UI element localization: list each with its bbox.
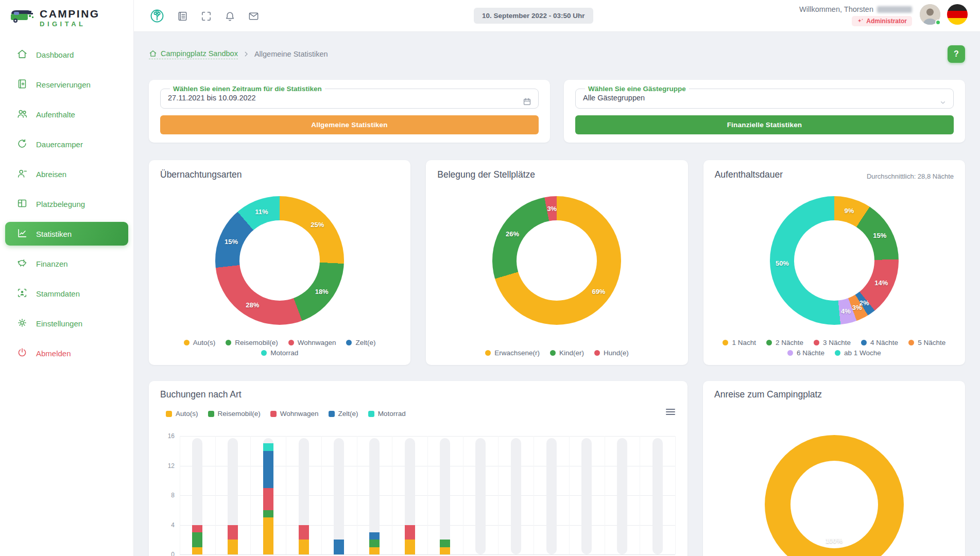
card-title: Anreise zum Campingplatz bbox=[714, 389, 954, 400]
book-plus-icon bbox=[16, 78, 28, 91]
legend-label: 2 Nächte bbox=[776, 339, 803, 346]
donut-slice-label: 18% bbox=[315, 287, 329, 295]
welcome-text: Willkommen, Thorsten bbox=[799, 5, 912, 13]
journal-icon[interactable] bbox=[177, 10, 188, 22]
legend-item[interactable]: Auto(s) bbox=[184, 339, 216, 346]
legend-item[interactable]: Reisemobil(e) bbox=[208, 410, 261, 418]
welcome-label: Willkommen, Thorsten bbox=[799, 5, 873, 13]
legend-item[interactable]: 1 Nacht bbox=[723, 339, 756, 346]
sidebar-item-dauercamper[interactable]: Dauercamper bbox=[0, 132, 133, 156]
legend-item[interactable]: Zelt(e) bbox=[329, 410, 358, 418]
period-field-label: Wählen Sie einen Zeitraum für die Statis… bbox=[170, 85, 325, 93]
sidebar-item-einstellungen[interactable]: Einstellungen bbox=[0, 311, 133, 335]
legend-item[interactable]: 6 Nächte bbox=[787, 349, 824, 357]
legend-item[interactable]: Motorrad bbox=[261, 349, 298, 357]
sidebar-item-finanzen[interactable]: Finanzen bbox=[0, 252, 133, 275]
bar-segment[interactable] bbox=[263, 510, 273, 517]
sidebar-item-label: Abmelden bbox=[36, 349, 71, 358]
bar-segment[interactable] bbox=[192, 547, 202, 554]
bar-segment[interactable] bbox=[228, 525, 238, 540]
legend-item[interactable]: Reisemobil(e) bbox=[226, 339, 278, 346]
legend-item[interactable]: Hund(e) bbox=[594, 349, 629, 357]
page: CAMPING DIGITAL Dashboard Reservierungen… bbox=[0, 0, 980, 556]
legend-item[interactable]: Erwachsene(r) bbox=[485, 349, 540, 357]
legend-item[interactable]: 4 Nächte bbox=[861, 339, 898, 346]
gridline bbox=[321, 436, 322, 554]
financial-statistics-button[interactable]: Finanzielle Statistiken bbox=[575, 115, 954, 134]
legend-item[interactable]: Kind(er) bbox=[550, 349, 584, 357]
period-field[interactable]: Wählen Sie einen Zeitraum für die Statis… bbox=[160, 85, 539, 109]
bar-segment[interactable] bbox=[263, 443, 273, 450]
user-cluster: Willkommen, Thorsten Administrator bbox=[799, 4, 968, 26]
help-button[interactable]: ? bbox=[948, 45, 965, 63]
legend-item[interactable]: Zelt(e) bbox=[346, 339, 375, 346]
legend-marker bbox=[261, 350, 267, 356]
bar-segment[interactable] bbox=[405, 525, 415, 540]
tree-icon[interactable] bbox=[149, 8, 165, 24]
avatar[interactable] bbox=[920, 4, 940, 25]
bar-segment[interactable] bbox=[192, 525, 202, 532]
bar-segment[interactable] bbox=[440, 547, 450, 554]
gridline bbox=[215, 436, 216, 554]
bar-segment[interactable] bbox=[263, 451, 273, 488]
brand-logo[interactable]: CAMPING DIGITAL bbox=[0, 0, 133, 28]
bar-segment[interactable] bbox=[228, 540, 238, 554]
bar-segment[interactable] bbox=[440, 540, 450, 547]
breadcrumb-home-link[interactable]: Campingplatz Sandbox bbox=[149, 49, 238, 59]
legend-label: 3 Nächte bbox=[823, 339, 851, 346]
sidebar-item-dashboard[interactable]: Dashboard bbox=[0, 43, 133, 66]
calendar-icon[interactable] bbox=[522, 97, 532, 109]
guest-group-field[interactable]: Wählen Sie eine Gästegruppe Alle Gästegr… bbox=[575, 85, 954, 109]
mail-icon[interactable] bbox=[248, 10, 260, 22]
sidebar-item-aufenthalte[interactable]: Aufenthalte bbox=[0, 102, 133, 126]
y-axis-tick-label: 16 bbox=[156, 432, 175, 440]
legend-item[interactable]: Auto(s) bbox=[166, 410, 198, 418]
bar-segment[interactable] bbox=[192, 532, 202, 547]
gridline bbox=[357, 436, 357, 554]
bar-segment[interactable] bbox=[405, 540, 415, 554]
bar-segment[interactable] bbox=[263, 488, 273, 510]
bell-icon[interactable] bbox=[224, 10, 236, 22]
guest-group-field-value[interactable]: Alle Gästegruppen bbox=[583, 94, 946, 102]
legend-marker bbox=[346, 340, 352, 345]
legend-marker bbox=[329, 411, 335, 417]
role-badge: Administrator bbox=[852, 16, 912, 26]
chevron-right-icon bbox=[243, 50, 250, 58]
fullscreen-icon[interactable] bbox=[200, 10, 212, 22]
sidebar-item-label: Dashboard bbox=[36, 50, 74, 59]
bar-segment[interactable] bbox=[334, 540, 344, 554]
legend-label: 1 Nacht bbox=[732, 339, 756, 346]
brand-name: CAMPING DIGITAL bbox=[40, 8, 100, 27]
sidebar-item-reservierungen[interactable]: Reservierungen bbox=[0, 73, 133, 96]
donut-hole bbox=[239, 220, 320, 301]
legend-item[interactable]: Motorrad bbox=[368, 410, 406, 418]
legend-item[interactable]: 3 Nächte bbox=[814, 339, 851, 346]
period-field-value[interactable]: 27.11.2021 bis 10.09.2022 bbox=[168, 94, 531, 102]
gear-icon bbox=[16, 317, 28, 330]
general-statistics-button[interactable]: Allgemeine Statistiken bbox=[160, 115, 539, 134]
donut-slice-label: 11% bbox=[255, 208, 268, 216]
bar-segment[interactable] bbox=[369, 540, 380, 547]
bar-segment[interactable] bbox=[369, 532, 380, 540]
chart-menu-icon[interactable] bbox=[666, 409, 675, 415]
flag-stripe-black bbox=[947, 4, 968, 11]
bar-segment[interactable] bbox=[299, 525, 309, 540]
donut-chart-uebernachtungsarten: 25%18%28%15%11% bbox=[215, 196, 344, 325]
bar-segment[interactable] bbox=[369, 547, 380, 554]
sidebar-item-statistiken[interactable]: Statistiken bbox=[5, 222, 128, 246]
legend-item[interactable]: Wohnwagen bbox=[288, 339, 336, 346]
legend-item[interactable]: 2 Nächte bbox=[766, 339, 803, 346]
bar-segment[interactable] bbox=[263, 517, 273, 554]
legend-item[interactable]: ab 1 Woche bbox=[835, 349, 881, 357]
legend-item[interactable]: Wohnwagen bbox=[270, 410, 319, 418]
chevron-down-icon[interactable] bbox=[939, 98, 947, 109]
sidebar-item-platzbelegung[interactable]: Platzbelegung bbox=[0, 192, 133, 216]
language-flag-german[interactable] bbox=[947, 4, 968, 25]
bar-segment[interactable] bbox=[299, 540, 309, 554]
legend-item[interactable]: 5 Nächte bbox=[908, 339, 945, 346]
sidebar-item-abmelden[interactable]: Abmelden bbox=[0, 341, 133, 365]
guest-group-field-label: Wählen Sie eine Gästegruppe bbox=[585, 85, 689, 93]
sidebar-item-stammdaten[interactable]: Stammdaten bbox=[0, 282, 133, 305]
topbar: 10. September 2022 - 03:50 Uhr Willkomme… bbox=[134, 0, 980, 32]
sidebar-item-abreisen[interactable]: Abreisen bbox=[0, 162, 133, 186]
